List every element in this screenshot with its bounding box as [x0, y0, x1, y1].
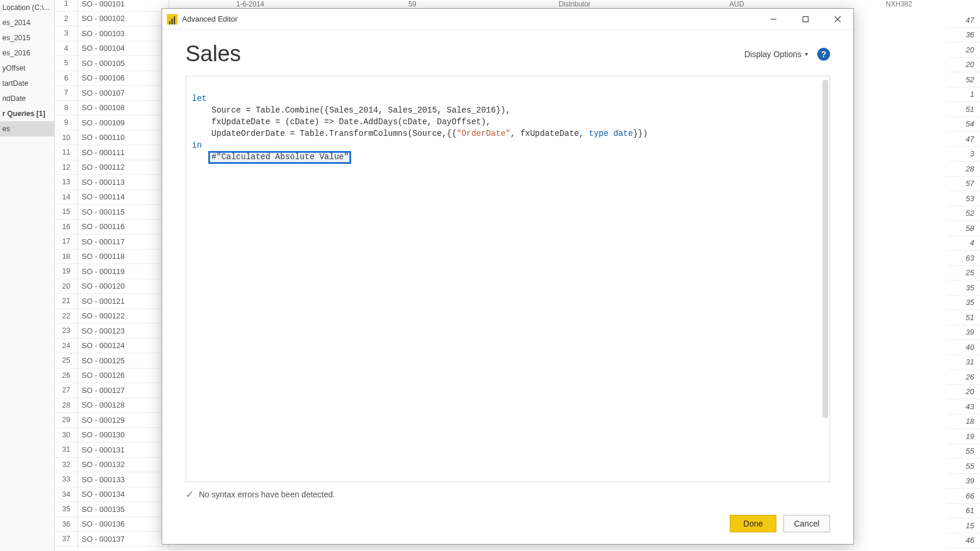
- queries-nav-panel[interactable]: Location (C:\...es_2014es_2015es_2016yOf…: [0, 0, 55, 551]
- advanced-editor-dialog: Advanced Editor Sales Display Options ▾ …: [162, 8, 854, 545]
- right-num-cell: 54: [947, 117, 980, 132]
- row-number: 8: [55, 101, 78, 116]
- col-qty: 59: [331, 0, 494, 8]
- editor-scrollbar[interactable]: [822, 80, 828, 418]
- row-number: 10: [55, 131, 78, 146]
- so-cell: SO - 000119: [78, 264, 169, 279]
- row-number: 20: [55, 279, 78, 294]
- row-number: 31: [55, 443, 78, 458]
- dialog-header-row: Sales Display Options ▾ ?: [186, 41, 830, 66]
- nav-item[interactable]: yOffset: [0, 61, 54, 76]
- row-number: 2: [55, 12, 78, 27]
- so-cell: SO - 000115: [78, 205, 169, 220]
- so-cell: SO - 000133: [78, 472, 169, 487]
- row-number: 13: [55, 175, 78, 190]
- done-button[interactable]: Done: [730, 515, 776, 532]
- so-cell: SO - 000130: [78, 428, 169, 443]
- row-number: 11: [55, 145, 78, 160]
- code-line-3a: UpdateOrderDate = Table.TransformColumns…: [192, 129, 457, 138]
- help-icon[interactable]: ?: [817, 48, 830, 61]
- right-num-cell: 19: [947, 429, 980, 444]
- code-line-3c: }}): [633, 129, 648, 138]
- check-icon: ✓: [186, 488, 194, 501]
- so-cell: SO - 000127: [78, 383, 169, 398]
- nav-item[interactable]: r Queries [1]: [0, 106, 54, 121]
- right-num-cell: 35: [947, 296, 980, 311]
- so-cell: SO - 000117: [78, 234, 169, 250]
- nav-item[interactable]: es_2015: [0, 30, 54, 45]
- row-number: 35: [55, 502, 78, 517]
- nav-item[interactable]: es: [0, 121, 54, 136]
- nav-item[interactable]: ndDate: [0, 91, 54, 106]
- right-num-cell: 25: [947, 266, 980, 281]
- row-number: 22: [55, 309, 78, 324]
- right-num-cell: 47: [947, 13, 980, 28]
- code-output-step: #"Calculated Absolute Value": [192, 152, 349, 162]
- right-num-cell: 55: [947, 459, 980, 474]
- so-cell: SO - 000107: [78, 86, 169, 101]
- nav-item[interactable]: Location (C:\...: [0, 0, 54, 15]
- row-number: 15: [55, 205, 78, 220]
- kw-date: date: [614, 129, 634, 138]
- dialog-header-right: Display Options ▾ ?: [744, 48, 830, 61]
- nav-item[interactable]: es_2016: [0, 45, 54, 61]
- so-cell: SO - 000108: [78, 101, 169, 116]
- right-num-cell: 46: [947, 534, 980, 549]
- so-cell: SO - 000122: [78, 309, 169, 324]
- code-line-3b: , fxUpdateDate,: [510, 129, 589, 138]
- right-num-cell: 36: [947, 28, 980, 43]
- display-options-dropdown[interactable]: Display Options ▾: [744, 50, 808, 59]
- row-number: 24: [55, 339, 78, 354]
- row-number: 32: [55, 458, 78, 473]
- so-cell: SO - 000128: [78, 398, 169, 413]
- row-number: 26: [55, 368, 78, 384]
- so-cell: SO - 000120: [78, 279, 169, 294]
- row-number: 29: [55, 413, 78, 428]
- so-cell: SO - 000132: [78, 458, 169, 473]
- row-number: 37: [55, 532, 78, 547]
- nav-item[interactable]: tartDate: [0, 76, 54, 91]
- maximize-button[interactable]: [789, 9, 821, 30]
- code-editor[interactable]: let Source = Table.Combine({Sales_2014, …: [186, 76, 830, 482]
- nav-item[interactable]: es_2014: [0, 15, 54, 30]
- col-date: 1-6-2014: [169, 0, 331, 8]
- row-number: 14: [55, 190, 78, 205]
- right-num-cell: 40: [947, 340, 980, 355]
- right-num-cell: 26: [947, 370, 980, 385]
- so-cell: SO - 000137: [78, 532, 169, 547]
- row-number: 34: [55, 487, 78, 503]
- so-cell: SO - 000109: [78, 115, 169, 131]
- so-cell: SO - 000106: [78, 71, 169, 86]
- right-num-cell: 66: [947, 489, 980, 504]
- powerbi-icon: [167, 14, 177, 24]
- done-button-label: Done: [743, 519, 762, 528]
- display-options-label: Display Options: [744, 50, 802, 59]
- row-number: 17: [55, 234, 78, 250]
- so-cell: SO - 000118: [78, 250, 169, 265]
- so-cell: SO - 000125: [78, 353, 169, 368]
- row-number: 25: [55, 353, 78, 368]
- right-num-cell: 53: [947, 191, 980, 206]
- so-cell: SO - 000129: [78, 413, 169, 428]
- right-num-cell: 61: [947, 504, 980, 519]
- row-number: 33: [55, 472, 78, 487]
- so-column: SO - 000101SO - 000102SO - 000103SO - 00…: [78, 0, 169, 548]
- right-num-cell: 35: [947, 280, 980, 296]
- so-cell: SO - 000101: [78, 0, 169, 12]
- col-channel: Distributor: [494, 0, 656, 8]
- chevron-down-icon: ▾: [805, 51, 808, 57]
- right-num-cell: 31: [947, 355, 980, 370]
- minimize-button[interactable]: [757, 9, 789, 30]
- row-number: 27: [55, 383, 78, 398]
- so-cell: SO - 000124: [78, 339, 169, 354]
- right-num-cell: 43: [947, 399, 980, 415]
- dialog-button-row: Done Cancel: [186, 515, 830, 532]
- row-number: 30: [55, 428, 78, 443]
- kw-let: let: [192, 94, 206, 103]
- dialog-title: Advanced Editor: [182, 15, 757, 23]
- close-button[interactable]: [821, 9, 853, 30]
- code-line-1: Source = Table.Combine({Sales_2014, Sale…: [192, 106, 510, 115]
- so-cell: SO - 000105: [78, 56, 169, 71]
- row-number: 36: [55, 517, 78, 532]
- cancel-button[interactable]: Cancel: [783, 515, 830, 532]
